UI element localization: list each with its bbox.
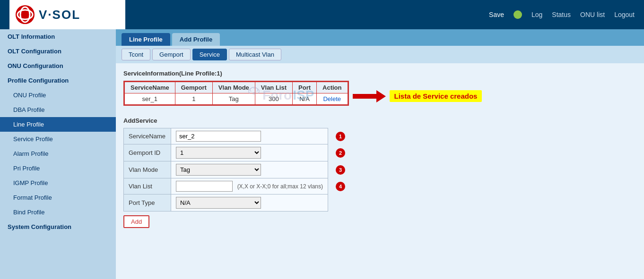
- sidebar-item-system-config[interactable]: System Configuration: [0, 220, 116, 234]
- tab-line-profile[interactable]: Line Profile: [122, 33, 170, 46]
- gemport-id-select[interactable]: 1 2 3: [176, 147, 261, 159]
- inner-tab-bar: Tcont Gemport Service Multicast Vlan: [116, 46, 644, 63]
- cell-vlan-mode-select: Tag Transparent Translation: [171, 161, 328, 178]
- red-arrow-icon: [353, 89, 386, 103]
- svg-marker-4: [353, 90, 386, 102]
- sidebar-item-profile-config[interactable]: Profile Configuration: [0, 73, 116, 88]
- tab-multicast-vlan[interactable]: Multicast Vlan: [229, 49, 281, 60]
- tab-service[interactable]: Service: [192, 49, 227, 60]
- annotation-label: Lista de Service creados: [390, 90, 482, 102]
- main-layout: OLT Information OLT Configuration ONU Co…: [0, 29, 644, 279]
- col-vlan-list: Vlan List: [255, 82, 292, 93]
- service-table: ServiceName Gemport Vlan Mode Vlan List …: [124, 82, 348, 105]
- content: Line Profile Add Profile Tcont Gemport S…: [116, 29, 644, 279]
- badge-cell-2: 2: [328, 144, 350, 161]
- label-service-name: ServiceName: [124, 128, 171, 144]
- form-row-service-name: ServiceName 1: [124, 128, 350, 144]
- logo-area: V·SOL: [9, 0, 125, 29]
- add-service-form: ServiceName 1 Gemport ID 1 2 3: [123, 128, 350, 211]
- label-gemport-id: Gemport ID: [124, 144, 171, 161]
- sidebar-item-format-profile[interactable]: Format Profile: [0, 190, 116, 205]
- cell-gemport-id-select: 1 2 3: [171, 144, 328, 161]
- vsol-logo-icon: [15, 5, 35, 25]
- step-badge-3: 3: [336, 165, 345, 175]
- sidebar: OLT Information OLT Configuration ONU Co…: [0, 29, 116, 279]
- service-name-input[interactable]: [176, 131, 261, 142]
- sidebar-item-onu-profile[interactable]: ONU Profile: [0, 88, 116, 102]
- badge-cell-3: 3: [328, 161, 350, 178]
- cell-port: N/A: [293, 93, 317, 105]
- delete-link[interactable]: Delete: [323, 95, 341, 102]
- sidebar-item-olt-info[interactable]: OLT Information: [0, 29, 116, 44]
- annotation-row: ServiceName Gemport Vlan Mode Vlan List …: [123, 81, 636, 111]
- step-badge-4: 4: [336, 182, 345, 191]
- form-row-port-type: Port Type N/A IPHOST ETH: [124, 194, 350, 211]
- cell-service-name: ser_1: [125, 93, 175, 105]
- vlan-list-hint: (X,X or X-X;0 for all;max 12 vlans): [237, 183, 323, 190]
- service-info-title: ServiceInformation(Line Profile:1): [123, 70, 636, 77]
- svg-point-0: [16, 5, 35, 24]
- content-body: ForoISP ServiceInformation(Line Profile:…: [116, 63, 644, 235]
- onu-list-link[interactable]: ONU list: [580, 11, 605, 18]
- service-table-wrapper: ServiceName Gemport Vlan Mode Vlan List …: [123, 81, 349, 106]
- cell-action: Delete: [317, 93, 348, 105]
- col-vlan-mode: Vlan Mode: [212, 82, 255, 93]
- cell-vlan-list: 300: [255, 93, 292, 105]
- status-link[interactable]: Status: [552, 11, 571, 18]
- add-button[interactable]: Add: [123, 215, 149, 228]
- status-indicator: [513, 10, 522, 19]
- sidebar-item-service-profile[interactable]: Service Profile: [0, 132, 116, 146]
- form-row-vlan-mode: Vlan Mode Tag Transparent Translation 3: [124, 161, 350, 178]
- step-badge-2: 2: [336, 148, 345, 158]
- label-port-type: Port Type: [124, 194, 171, 211]
- table-row: ser_1 1 Tag 300 N/A Delete: [125, 93, 348, 105]
- cell-service-name-input: [171, 128, 328, 144]
- sidebar-item-olt-config[interactable]: OLT Configuration: [0, 44, 116, 59]
- tab-add-profile[interactable]: Add Profile: [172, 33, 220, 46]
- sidebar-item-bind-profile[interactable]: Bind Profile: [0, 205, 116, 220]
- form-row-gemport-id: Gemport ID 1 2 3 2: [124, 144, 350, 161]
- sidebar-item-pri-profile[interactable]: Pri Profile: [0, 161, 116, 176]
- save-button[interactable]: Save: [489, 11, 504, 18]
- port-type-select[interactable]: N/A IPHOST ETH: [176, 197, 261, 209]
- header: V·SOL Save Log Status ONU list Logout: [0, 0, 644, 29]
- col-service-name: ServiceName: [125, 82, 175, 93]
- add-service-title: AddService: [123, 117, 636, 124]
- header-right: Save Log Status ONU list Logout: [125, 10, 635, 19]
- cell-vlan-mode: Tag: [212, 93, 255, 105]
- badge-cell-4: 4: [328, 178, 350, 194]
- label-vlan-list: Vlan List: [124, 178, 171, 194]
- logout-link[interactable]: Logout: [614, 11, 635, 18]
- badge-cell-empty: [328, 194, 350, 211]
- vlan-mode-select[interactable]: Tag Transparent Translation: [176, 164, 261, 176]
- sidebar-item-igmp-profile[interactable]: IGMP Profile: [0, 176, 116, 190]
- badge-cell-1: 1: [328, 128, 350, 144]
- step-badge-1: 1: [336, 132, 345, 141]
- label-vlan-mode: Vlan Mode: [124, 161, 171, 178]
- sidebar-item-alarm-profile[interactable]: Alarm Profile: [0, 146, 116, 161]
- cell-vlan-list-input: (X,X or X-X;0 for all;max 12 vlans): [171, 178, 328, 194]
- col-port: Port: [293, 82, 317, 93]
- form-row-vlan-list: Vlan List (X,X or X-X;0 for all;max 12 v…: [124, 178, 350, 194]
- tab-gemport[interactable]: Gemport: [152, 49, 191, 60]
- logo-text: V·SOL: [39, 8, 80, 22]
- cell-gemport: 1: [175, 93, 212, 105]
- sidebar-item-dba-profile[interactable]: DBA Profile: [0, 102, 116, 117]
- tab-tcont[interactable]: Tcont: [122, 49, 150, 60]
- sidebar-item-line-profile[interactable]: Line Profile: [0, 117, 116, 132]
- col-gemport: Gemport: [175, 82, 212, 93]
- sidebar-item-onu-config[interactable]: ONU Configuration: [0, 59, 116, 73]
- cell-port-type-select: N/A IPHOST ETH: [171, 194, 328, 211]
- vlan-list-input[interactable]: [176, 181, 233, 192]
- col-action: Action: [317, 82, 348, 93]
- outer-tab-bar: Line Profile Add Profile: [116, 29, 644, 46]
- log-link[interactable]: Log: [531, 11, 542, 18]
